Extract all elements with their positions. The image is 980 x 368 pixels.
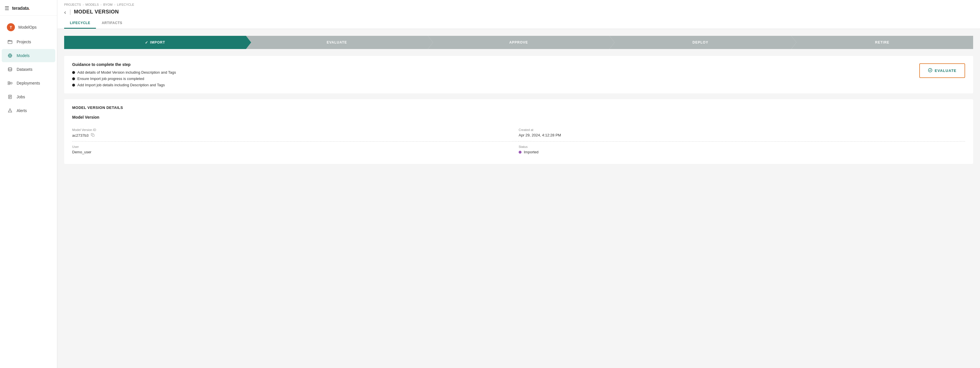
field-user: User Demo_user: [72, 142, 519, 158]
logo-text: teradata.: [12, 6, 30, 11]
sidebar-item-datasets[interactable]: Datasets: [2, 63, 55, 76]
main-content: PROJECTS › MODELS › BYOM › LIFECYCLE ‹ |…: [57, 0, 980, 368]
sidebar-item-label: Projects: [17, 40, 31, 44]
sidebar-item-label: Models: [17, 53, 30, 58]
field-value-model-version-id: ac2737b3: [72, 133, 507, 138]
step-deploy-label: DEPLOY: [692, 40, 708, 45]
svg-point-3: [8, 68, 12, 69]
step-import[interactable]: ✓ IMPORT: [64, 36, 246, 49]
svg-rect-4: [8, 82, 10, 83]
sidebar-nav: T ModelOps Projects Models Datasets De: [0, 16, 57, 120]
pipeline: ✓ IMPORT EVALUATE APPROVE DEPLOY: [64, 36, 973, 49]
svg-rect-10: [92, 134, 94, 136]
back-button[interactable]: ‹: [64, 9, 66, 15]
sidebar-item-label: Alerts: [17, 108, 27, 113]
jobs-icon: [7, 94, 13, 100]
model-version-details-card: MODEL VERSION DETAILS Model Version Mode…: [64, 99, 973, 164]
breadcrumb-models[interactable]: MODELS: [85, 3, 99, 6]
sidebar-item-label: Jobs: [17, 95, 25, 99]
breadcrumb-projects[interactable]: PROJECTS: [64, 3, 81, 6]
sidebar-item-projects[interactable]: Projects: [2, 35, 55, 48]
alerts-icon: [7, 107, 13, 114]
svg-point-2: [9, 55, 11, 56]
tabs: LIFECYCLE ARTIFACTS: [64, 18, 973, 29]
field-value-user: Demo_user: [72, 150, 507, 154]
svg-rect-0: [8, 41, 12, 44]
page-title: MODEL VERSION: [74, 9, 119, 15]
step-approve-label: APPROVE: [509, 40, 528, 45]
field-label-created-at: Created at: [519, 128, 954, 132]
svg-rect-6: [10, 82, 12, 84]
breadcrumb-sep-1: ›: [83, 3, 84, 6]
guidance-list: Add details of Model Version including D…: [72, 70, 176, 87]
sidebar: ☰ teradata. T ModelOps Projects Models D…: [0, 0, 57, 368]
guidance-item-1: Add details of Model Version including D…: [72, 70, 176, 75]
check-icon: ✓: [145, 40, 148, 45]
sidebar-item-modelops[interactable]: T ModelOps: [2, 20, 55, 35]
content-area: ✓ IMPORT EVALUATE APPROVE DEPLOY: [57, 29, 980, 368]
field-label-status: Status: [519, 145, 954, 148]
page-title-row: ‹ | MODEL VERSION: [64, 9, 973, 15]
bullet-dot-1: [72, 71, 75, 74]
status-dot: [519, 151, 522, 154]
models-icon: [7, 53, 13, 59]
field-label-user: User: [72, 145, 507, 148]
step-import-label: ✓ IMPORT: [145, 40, 165, 45]
guidance-item-3: Add Import job details including Descrip…: [72, 83, 176, 87]
svg-point-8: [10, 112, 10, 112]
copy-icon[interactable]: [91, 133, 95, 138]
sidebar-item-label: Deployments: [17, 81, 40, 85]
logo-dot: .: [29, 6, 30, 11]
step-approve[interactable]: APPROVE: [428, 36, 610, 49]
breadcrumb-sep-3: ›: [114, 3, 115, 6]
guidance-content: Guidance to complete the step Add detail…: [72, 62, 176, 87]
bullet-dot-3: [72, 84, 75, 86]
step-retire[interactable]: RETIRE: [791, 36, 973, 49]
sidebar-item-alerts[interactable]: Alerts: [2, 104, 55, 117]
svg-rect-5: [8, 83, 10, 85]
hamburger-menu-icon[interactable]: ☰: [5, 5, 9, 11]
guidance-card: Guidance to complete the step Add detail…: [64, 56, 973, 94]
subsection-title: Model Version: [72, 115, 965, 119]
tab-lifecycle[interactable]: LIFECYCLE: [64, 18, 96, 29]
sidebar-item-deployments[interactable]: Deployments: [2, 76, 55, 90]
sidebar-item-label: ModelOps: [18, 25, 37, 30]
step-retire-label: RETIRE: [875, 40, 889, 45]
teradata-logo: teradata.: [12, 6, 30, 11]
top-bar: PROJECTS › MODELS › BYOM › LIFECYCLE ‹ |…: [57, 0, 980, 29]
breadcrumb-sep-2: ›: [100, 3, 102, 6]
step-evaluate-label: EVALUATE: [327, 40, 347, 45]
field-label-model-version-id: Model Version ID: [72, 128, 507, 132]
sidebar-header: ☰ teradata.: [0, 0, 57, 16]
breadcrumb-byom[interactable]: BYOM: [103, 3, 113, 6]
datasets-icon: [7, 66, 13, 73]
field-value-created-at: Apr 29, 2024, 4:12:28 PM: [519, 133, 954, 137]
field-value-status: Imported: [519, 150, 954, 154]
tab-artifacts[interactable]: ARTIFACTS: [96, 18, 128, 29]
title-divider: |: [70, 9, 71, 15]
guidance-item-2: Ensure Import job progress is completed: [72, 76, 176, 81]
deployments-icon: [7, 80, 13, 86]
sidebar-item-jobs[interactable]: Jobs: [2, 90, 55, 104]
evaluate-button[interactable]: EVALUATE: [919, 63, 965, 78]
field-status: Status Imported: [519, 142, 965, 158]
sidebar-item-label: Datasets: [17, 67, 32, 72]
fields-grid: Model Version ID ac2737b3 Created at Apr…: [72, 125, 965, 158]
step-evaluate[interactable]: EVALUATE: [246, 36, 428, 49]
section-title: MODEL VERSION DETAILS: [72, 105, 965, 110]
field-created-at: Created at Apr 29, 2024, 4:12:28 PM: [519, 125, 965, 142]
bullet-dot-2: [72, 77, 75, 80]
breadcrumb: PROJECTS › MODELS › BYOM › LIFECYCLE: [64, 3, 973, 6]
evaluate-icon: [928, 68, 932, 73]
modelops-avatar: T: [7, 23, 15, 31]
step-deploy[interactable]: DEPLOY: [609, 36, 791, 49]
folder-icon: [7, 39, 13, 45]
breadcrumb-lifecycle: LIFECYCLE: [117, 3, 134, 6]
guidance-title: Guidance to complete the step: [72, 62, 176, 67]
field-model-version-id: Model Version ID ac2737b3: [72, 125, 519, 142]
sidebar-item-models[interactable]: Models: [2, 49, 55, 62]
